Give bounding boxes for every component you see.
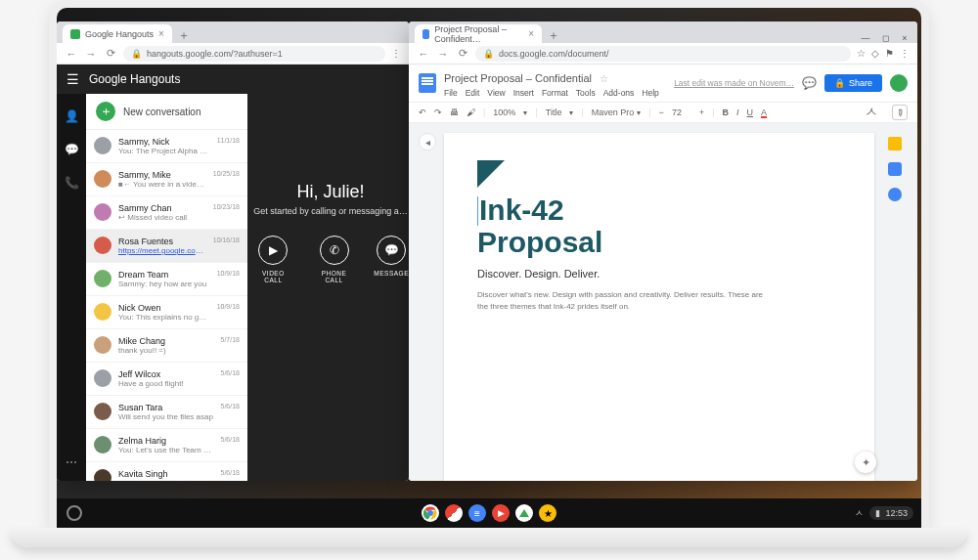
tray-expand-icon[interactable]: ㅅ [855,507,864,520]
flag-ext-icon[interactable]: ⚑ [885,48,894,59]
menu-file[interactable]: File [444,88,458,98]
italic-button[interactable]: I [736,108,739,117]
document-page[interactable]: Ink-42 Proposal Discover. Design. Delive… [444,133,874,481]
font-dropdown[interactable]: Maven Pro▾ [592,108,642,117]
shelf-playstore-icon[interactable] [515,504,533,522]
shelf-chrome-icon[interactable] [422,504,439,522]
paint-format-icon[interactable]: 🖌 [467,108,475,117]
document-title[interactable]: Project Proposal – Confidential [444,72,592,84]
close-tab-icon[interactable]: × [528,28,534,39]
docs-sidepanel [882,133,908,481]
reload-icon[interactable]: ⟳ [104,47,117,60]
menu-insert[interactable]: Insert [513,88,534,98]
cast-icon[interactable]: ◇ [871,48,879,59]
launcher-icon[interactable] [67,505,82,521]
font-size-input[interactable]: 72 [672,108,691,117]
system-tray[interactable]: ㅅ ▮ 12:53 [855,506,913,520]
star-icon[interactable]: ☆ [857,48,866,59]
tasks-icon[interactable] [888,188,902,201]
shelf-gmail-icon[interactable] [445,504,463,522]
video-call-button[interactable]: ▶ VIDEO CALL [252,236,294,283]
menu-add-ons[interactable]: Add-ons [603,88,635,98]
zoom-dropdown[interactable]: 100% [493,108,515,117]
shelf-docs-icon[interactable]: ≡ [468,504,486,522]
star-icon[interactable]: ☆ [600,73,608,84]
new-conversation-button[interactable]: ＋ New conversation [86,94,247,130]
more-icon[interactable]: ⋯ [63,453,80,471]
phone-call-button[interactable]: ✆ PHONE CALL [312,236,357,283]
calendar-icon[interactable] [888,162,902,176]
hangouts-brand: Google Hangouts [89,72,180,86]
hangouts-tab[interactable]: Google Hangouts × [63,24,172,43]
docs-address-bar[interactable]: 🔒 docs.google.com/document/ [475,46,851,62]
menu-help[interactable]: Help [642,88,658,98]
hangouts-window: Google Hangouts × ＋ ← → ⟳ 🔒 hangouts.goo… [57,22,409,481]
hangouts-address-bar[interactable]: 🔒 hangouts.google.com/?authuser=1 [123,46,385,62]
share-button[interactable]: 🔒 Share [824,74,882,92]
forward-icon[interactable]: → [436,48,450,60]
undo-icon[interactable]: ↶ [419,108,426,117]
document-heading[interactable]: Ink-42 Proposal [477,194,841,258]
conversation-item[interactable]: Nick OwenYou: This explains no ghost10/9… [86,296,247,329]
conversation-item[interactable]: Dream TeamSammy: hey how are you10/9/18 [86,263,247,296]
style-dropdown[interactable]: Title [546,108,562,117]
docs-tabstrip[interactable]: Project Proposal – Confident… × ＋ —◻× [409,22,917,43]
document-body[interactable]: Discover what's new. Design with passion… [477,289,771,313]
back-icon[interactable]: ← [417,48,430,60]
conversation-item[interactable]: Zelma HarigYou: Let's use the Team Drive… [86,429,247,462]
redo-icon[interactable]: ↷ [434,108,442,117]
conversation-item[interactable]: Rosa Fuenteshttps://meet.google.com/mxl-… [86,230,247,263]
outline-toggle-button[interactable]: ◂ [419,133,436,151]
editing-mode-button[interactable] [892,105,908,120]
back-icon[interactable]: ← [65,48,78,60]
conversation-item[interactable]: Sammy, NickYou: The Project Alpha presen… [86,130,247,163]
phone-icon[interactable]: 📞 [63,174,80,192]
docs-tab[interactable]: Project Proposal – Confident… × [415,24,542,43]
bold-button[interactable]: B [722,108,729,117]
print-icon[interactable]: 🖶 [450,108,459,117]
conversation-item[interactable]: Mike Changthank you!! =)5/7/18 [86,329,247,363]
window-controls[interactable]: —◻× [859,33,911,43]
conversation-snippet: Sammy: hey how are you [118,280,210,288]
explore-button[interactable]: ✦ [855,452,876,473]
browser-menu-icon[interactable]: ⋮ [391,48,401,59]
shelf-youtube-icon[interactable]: ▶ [492,504,510,522]
menu-format[interactable]: Format [542,88,568,98]
forward-icon[interactable]: → [84,48,98,60]
reload-icon[interactable]: ⟳ [456,47,469,60]
conversation-panel[interactable]: ＋ New conversation Sammy, NickYou: The P… [86,94,247,481]
message-button[interactable]: 💬 MESSAGE [374,236,409,283]
conversation-item[interactable]: Sammy Chan↩ Missed video call10/23/18 [86,196,247,230]
chromeos-shelf[interactable]: ≡ ▶ ★ ㅅ ▮ 12:53 [57,498,921,528]
font-size-minus[interactable]: − [659,108,664,117]
new-tab-button[interactable]: ＋ [176,27,192,43]
menu-edit[interactable]: Edit [466,88,480,98]
toolbar-collapse-icon[interactable]: ㅅ [865,104,878,121]
menu-view[interactable]: View [487,88,505,98]
comments-icon[interactable]: 💬 [802,76,817,90]
close-tab-icon[interactable]: × [158,28,164,39]
account-avatar[interactable] [890,74,908,92]
greeting: Hi, Julie! [252,182,409,202]
conversation-item[interactable]: Susan TaraWill send you the files asap5/… [86,396,247,429]
document-tagline[interactable]: Discover. Design. Deliver. [477,268,841,280]
docs-toolbar[interactable]: ↶ ↷ 🖶 🖌 | 100%▾ | Title▾ | Maven Pro▾ | … [409,102,917,123]
last-edit-link[interactable]: Last edit was made on Novem… [674,78,794,88]
text-color-button[interactable]: A [761,108,767,117]
contacts-icon[interactable]: 👤 [63,108,80,125]
menu-tools[interactable]: Tools [576,88,596,98]
conversation-item[interactable]: Jeff WilcoxHave a good flight!5/6/18 [86,363,247,396]
new-tab-button[interactable]: ＋ [546,27,561,43]
conversation-item[interactable]: Sammy, Mike■← You were in a video call10… [86,163,247,196]
shelf-files-icon[interactable]: ★ [539,504,556,522]
underline-button[interactable]: U [747,108,754,117]
browser-menu-icon[interactable]: ⋮ [900,48,910,59]
font-size-plus[interactable]: + [699,108,704,117]
menu-icon[interactable]: ☰ [67,71,79,87]
conversation-item[interactable]: Kavita SinghYou: Thoughts on the report?… [86,462,247,481]
hangouts-tabstrip[interactable]: Google Hangouts × ＋ [57,22,409,43]
docs-menubar[interactable]: FileEditViewInsertFormatToolsAdd-onsHelp [444,88,666,98]
chat-icon[interactable]: 💬 [63,141,80,158]
docs-app-icon[interactable] [419,73,436,93]
keep-icon[interactable] [888,137,902,151]
